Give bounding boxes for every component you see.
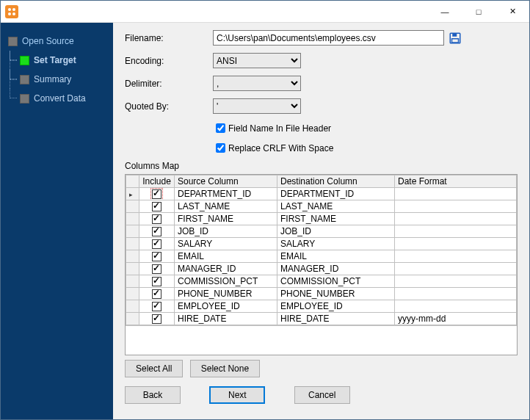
- field-name-header-checkbox[interactable]: [216, 123, 225, 133]
- include-cell[interactable]: [139, 263, 175, 275]
- nav-summary[interactable]: Summary: [1, 70, 113, 89]
- table-row[interactable]: LAST_NAMELAST_NAME: [126, 200, 517, 213]
- date-cell[interactable]: [395, 225, 517, 238]
- table-row[interactable]: COMMISSION_PCTCOMMISSION_PCT: [126, 275, 517, 288]
- include-cell[interactable]: [139, 188, 175, 200]
- row-header: [126, 238, 139, 250]
- table-row[interactable]: HIRE_DATEHIRE_DATEyyyy-mm-dd: [126, 313, 517, 325]
- save-icon: [449, 32, 462, 45]
- next-button[interactable]: Next: [209, 386, 265, 404]
- svg-rect-1: [452, 33, 457, 37]
- source-cell[interactable]: PHONE_NUMBER: [175, 288, 277, 300]
- source-cell[interactable]: FIRST_NAME: [175, 213, 277, 225]
- replace-crlf-checkbox[interactable]: [216, 143, 225, 153]
- grid-blank-area: [126, 325, 517, 355]
- date-cell[interactable]: [395, 200, 517, 213]
- row-header: [126, 225, 139, 238]
- nav-open-source[interactable]: Open Source: [1, 32, 113, 51]
- table-row[interactable]: PHONE_NUMBERPHONE_NUMBER: [126, 288, 517, 300]
- table-row[interactable]: FIRST_NAMEFIRST_NAME: [126, 213, 517, 225]
- nav-label: Set Target: [34, 55, 76, 65]
- maximize-button[interactable]: □: [462, 1, 495, 22]
- col-source[interactable]: Source Column: [175, 175, 277, 188]
- columns-map-grid[interactable]: Include Source Column Destination Column…: [125, 174, 518, 355]
- table-row[interactable]: EMPLOYEE_IDEMPLOYEE_ID: [126, 300, 517, 313]
- dest-cell[interactable]: EMPLOYEE_ID: [277, 300, 395, 313]
- date-cell[interactable]: [395, 238, 517, 250]
- delimiter-select[interactable]: ,: [213, 76, 301, 91]
- include-cell[interactable]: [139, 250, 175, 263]
- date-cell[interactable]: yyyy-mm-dd: [395, 313, 517, 325]
- source-cell[interactable]: DEPARTMENT_ID: [175, 188, 277, 200]
- nav-convert-data[interactable]: Convert Data: [1, 89, 113, 108]
- include-cell[interactable]: [139, 238, 175, 250]
- dest-cell[interactable]: HIRE_DATE: [277, 313, 395, 325]
- quoted-select[interactable]: ': [213, 98, 301, 114]
- table-row[interactable]: EMAILEMAIL: [126, 250, 517, 263]
- date-cell[interactable]: [395, 300, 517, 313]
- grid-corner: [126, 175, 139, 188]
- include-cell[interactable]: [139, 300, 175, 313]
- row-header: [126, 288, 139, 300]
- back-button[interactable]: Back: [125, 386, 181, 404]
- col-include[interactable]: Include: [139, 175, 175, 188]
- source-cell[interactable]: LAST_NAME: [175, 200, 277, 213]
- field-name-header-label: Field Name In File Header: [228, 123, 331, 134]
- filename-label: Filename:: [125, 33, 213, 43]
- main-panel: Filename: Encoding: ANSI Delimiter: , Qu…: [113, 23, 529, 419]
- titlebar[interactable]: — □ ✕: [1, 1, 529, 23]
- row-header: [126, 275, 139, 288]
- table-row[interactable]: SALARYSALARY: [126, 238, 517, 250]
- source-cell[interactable]: COMMISSION_PCT: [175, 275, 277, 288]
- replace-crlf-label: Replace CRLF With Space: [228, 143, 333, 153]
- dest-cell[interactable]: DEPARTMENT_ID: [277, 188, 395, 200]
- select-all-button[interactable]: Select All: [125, 360, 183, 377]
- dest-cell[interactable]: MANAGER_ID: [277, 263, 395, 275]
- include-cell[interactable]: [139, 275, 175, 288]
- filename-input[interactable]: [213, 30, 444, 46]
- col-dest[interactable]: Destination Column: [277, 175, 395, 188]
- date-cell[interactable]: [395, 213, 517, 225]
- dest-cell[interactable]: EMAIL: [277, 250, 395, 263]
- include-cell[interactable]: [139, 200, 175, 213]
- row-header: [126, 213, 139, 225]
- row-header: [126, 263, 139, 275]
- nav-label: Convert Data: [34, 93, 86, 104]
- include-cell[interactable]: [139, 213, 175, 225]
- encoding-select[interactable]: ANSI: [213, 53, 301, 68]
- table-row[interactable]: JOB_IDJOB_ID: [126, 225, 517, 238]
- table-row[interactable]: DEPARTMENT_IDDEPARTMENT_ID: [126, 188, 517, 200]
- nav-set-target[interactable]: Set Target: [1, 51, 113, 70]
- source-cell[interactable]: EMAIL: [175, 250, 277, 263]
- close-button[interactable]: ✕: [495, 1, 529, 22]
- source-cell[interactable]: MANAGER_ID: [175, 263, 277, 275]
- dest-cell[interactable]: JOB_ID: [277, 225, 395, 238]
- dest-cell[interactable]: PHONE_NUMBER: [277, 288, 395, 300]
- cancel-button[interactable]: Cancel: [294, 386, 350, 404]
- include-cell[interactable]: [139, 313, 175, 325]
- source-cell[interactable]: SALARY: [175, 238, 277, 250]
- date-cell[interactable]: [395, 275, 517, 288]
- encoding-label: Encoding:: [125, 56, 213, 66]
- save-file-button[interactable]: [447, 30, 463, 46]
- dest-cell[interactable]: LAST_NAME: [277, 200, 395, 213]
- app-icon: [5, 5, 18, 18]
- dest-cell[interactable]: COMMISSION_PCT: [277, 275, 395, 288]
- include-cell[interactable]: [139, 288, 175, 300]
- dest-cell[interactable]: FIRST_NAME: [277, 213, 395, 225]
- minimize-button[interactable]: —: [428, 1, 462, 22]
- select-none-button[interactable]: Select None: [190, 360, 260, 377]
- date-cell[interactable]: [395, 263, 517, 275]
- dest-cell[interactable]: SALARY: [277, 238, 395, 250]
- include-cell[interactable]: [139, 225, 175, 238]
- delimiter-label: Delimiter:: [125, 79, 213, 89]
- source-cell[interactable]: HIRE_DATE: [175, 313, 277, 325]
- date-cell[interactable]: [395, 188, 517, 200]
- col-date[interactable]: Date Format: [395, 175, 517, 188]
- source-cell[interactable]: EMPLOYEE_ID: [175, 300, 277, 313]
- date-cell[interactable]: [395, 250, 517, 263]
- date-cell[interactable]: [395, 288, 517, 300]
- row-header: [126, 200, 139, 213]
- source-cell[interactable]: JOB_ID: [175, 225, 277, 238]
- table-row[interactable]: MANAGER_IDMANAGER_ID: [126, 263, 517, 275]
